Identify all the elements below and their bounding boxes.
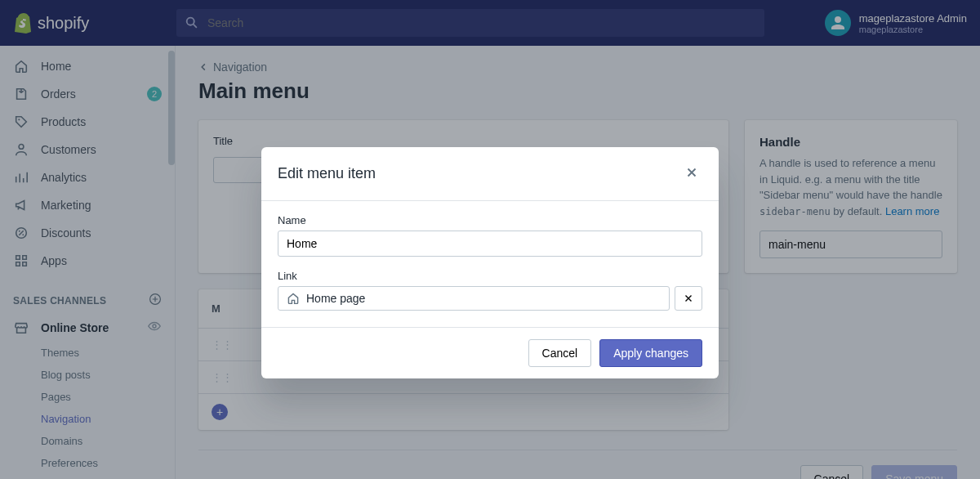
clear-link-button[interactable] [675, 286, 702, 311]
modal-close-button[interactable] [681, 162, 702, 186]
edit-menu-item-modal: Edit menu item Name Link Home page Cance… [261, 147, 719, 378]
name-input[interactable] [278, 231, 702, 257]
link-input[interactable]: Home page [278, 286, 670, 311]
link-value: Home page [306, 292, 365, 305]
modal-title: Edit menu item [278, 165, 376, 182]
modal-cancel-button[interactable]: Cancel [528, 339, 592, 367]
name-label: Name [278, 214, 702, 226]
close-icon [683, 293, 694, 304]
apply-changes-button[interactable]: Apply changes [599, 339, 702, 367]
close-icon [684, 165, 699, 180]
home-icon [287, 292, 300, 305]
link-label: Link [278, 270, 702, 282]
